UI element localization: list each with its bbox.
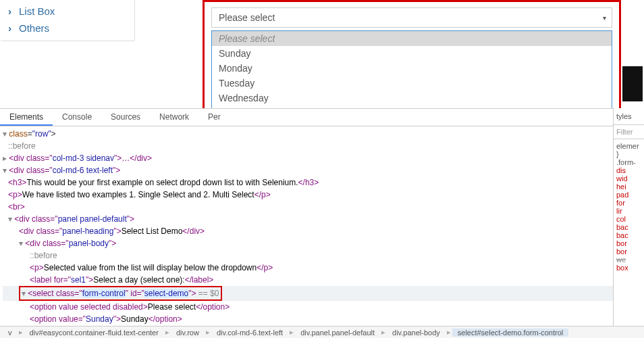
styles-header: tyles	[614, 108, 644, 125]
sidebar-item-others[interactable]: ›Others	[0, 20, 134, 37]
tab-sources[interactable]: Sources	[101, 109, 150, 126]
select-option[interactable]: Sunday	[212, 46, 612, 61]
styles-pane: tyles Filter elemer } .form- dis wid hei…	[613, 108, 644, 326]
select-option[interactable]: Please select	[212, 31, 612, 46]
tab-elements[interactable]: Elements	[0, 109, 53, 126]
caret-down-icon: ▾	[603, 14, 606, 22]
sidebar-item-label: List Box	[19, 5, 55, 17]
styles-prop-strike: we	[616, 256, 641, 264]
crumb-selected[interactable]: select#select-demo.form-control	[452, 329, 569, 337]
dom-line[interactable]: ▾ <div class="panel-body">	[3, 237, 613, 249]
styles-prop: dis	[616, 166, 641, 174]
dom-line[interactable]: <br>	[3, 201, 613, 213]
dom-line[interactable]: ::before	[3, 140, 613, 152]
styles-prop: lir	[616, 207, 641, 215]
dom-line[interactable]: ▾ class="row">	[3, 128, 613, 140]
styles-prop: bor	[616, 247, 641, 256]
styles-prop: bac	[616, 231, 641, 239]
select-value: Please select	[219, 12, 275, 23]
select-option[interactable]: Monday	[212, 61, 612, 76]
tab-console[interactable]: Console	[53, 109, 101, 126]
dom-line[interactable]: <p>Selected value from the list will dis…	[3, 262, 613, 274]
tab-performance[interactable]: Per	[198, 109, 230, 126]
dom-line[interactable]: ▾ <div class="col-md-6 text-left">	[3, 164, 613, 176]
crumb[interactable]: div.col-md-6.text-left	[211, 329, 288, 337]
styles-brace: }	[616, 150, 641, 158]
sidebar-item-list-box[interactable]: ›List Box	[0, 3, 134, 20]
page-dark-strip	[622, 66, 643, 101]
dom-line[interactable]: ▸ <div class="col-md-3 sidenav">…</div>	[3, 152, 613, 164]
dom-line[interactable]: <option value="Sunday">Sunday</option>	[3, 313, 613, 325]
sidebar: ›List Box ›Others	[0, 0, 135, 41]
dom-line[interactable]: <option value selected disabled>Please s…	[3, 301, 613, 313]
select-dropdown[interactable]: Please select ▾	[211, 7, 612, 28]
sidebar-item-label: Others	[19, 22, 49, 34]
tab-network[interactable]: Network	[150, 109, 198, 126]
styles-rule: elemer	[616, 142, 641, 150]
styles-prop: hei	[616, 183, 641, 191]
styles-prop: pad	[616, 191, 641, 199]
dom-line-selected[interactable]: ▾ <select class="form-control" id="selec…	[3, 286, 613, 301]
styles-prop: for	[616, 199, 641, 207]
styles-body: elemer } .form- dis wid hei pad for lir …	[614, 139, 644, 274]
styles-prop: col	[616, 215, 641, 223]
chevron-right-icon: ›	[8, 5, 15, 17]
select-option[interactable]: Tuesday	[212, 76, 612, 91]
breadcrumb: v▸ div#easycont.container-fluid.text-cen…	[0, 326, 644, 338]
devtools-tabs: Elements Console Sources Network Per	[0, 109, 644, 126]
styles-prop: box	[616, 264, 641, 272]
crumb[interactable]: div.panel.panel-default	[295, 329, 380, 337]
styles-prop: bor	[616, 239, 641, 247]
dom-line[interactable]: <div class="panel-heading">Select List D…	[3, 225, 613, 237]
dom-line[interactable]: <p>We have listed two examples 1. Single…	[3, 189, 613, 201]
select-option[interactable]: Wednesday	[212, 91, 612, 105]
crumb[interactable]: div.row	[171, 329, 205, 337]
crumb[interactable]: v	[3, 329, 18, 337]
dom-tree[interactable]: ▾ class="row"> ::before ▸ <div class="co…	[0, 126, 613, 326]
crumb[interactable]: div.panel-body	[387, 329, 446, 337]
dom-line[interactable]: ▾ <div class="panel panel-default">	[3, 213, 613, 225]
styles-filter[interactable]: Filter	[614, 125, 644, 139]
chevron-right-icon: ›	[8, 22, 15, 34]
styles-prop: bac	[616, 223, 641, 231]
devtools-panel: Elements Console Sources Network Per ▾ c…	[0, 108, 644, 326]
dom-line[interactable]: <h3>This would be your first example on …	[3, 176, 613, 189]
crumb[interactable]: div#easycont.container-fluid.text-center	[24, 329, 164, 337]
dom-line[interactable]: <label for="sel1">Select a day (select o…	[3, 274, 613, 286]
styles-prop: wid	[616, 174, 641, 183]
dom-line[interactable]: ::before	[3, 249, 613, 262]
styles-rule: .form-	[616, 158, 641, 166]
